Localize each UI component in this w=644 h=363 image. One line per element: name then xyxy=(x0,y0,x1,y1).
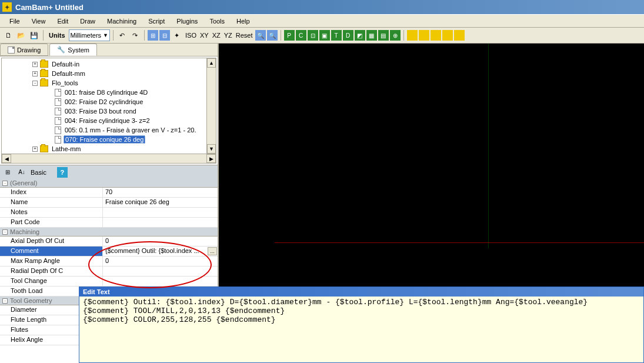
property-category[interactable]: -Machining xyxy=(0,228,218,237)
property-value[interactable] xyxy=(103,218,218,227)
prop-mode-label[interactable]: Basic xyxy=(31,169,46,176)
mop-icon-8[interactable]: ▦ xyxy=(366,30,377,41)
tree-item-label: Lathe-mm xyxy=(51,145,82,152)
save-icon[interactable]: 💾 xyxy=(28,29,40,41)
xz-button[interactable]: XZ xyxy=(211,32,222,39)
zoom-icon-1[interactable]: 🔍 xyxy=(255,30,266,41)
property-value[interactable] xyxy=(103,267,218,276)
mop-icon-9[interactable]: ▤ xyxy=(378,30,389,41)
units-dropdown[interactable]: Millimeters ▼ xyxy=(69,29,110,41)
ellipsis-button[interactable]: ... xyxy=(208,247,217,255)
property-row[interactable]: Index70 xyxy=(0,188,218,198)
menu-script[interactable]: Script xyxy=(142,16,171,26)
tree-view[interactable]: +Default-in+Default-mm-Flo_tools001: fra… xyxy=(1,58,216,164)
drawing-icon xyxy=(8,46,15,54)
tree-node[interactable]: 005: 0.1 mm - Fraise à graver en V - z=1… xyxy=(3,125,205,135)
expander-icon[interactable]: + xyxy=(32,146,38,152)
menu-help[interactable]: Help xyxy=(231,16,256,26)
scroll-down-icon[interactable]: ▼ xyxy=(207,144,216,154)
property-value[interactable]: Fraise conique 26 deg xyxy=(103,198,218,207)
tab-system[interactable]: 🔧 System xyxy=(49,44,97,56)
horizontal-scrollbar[interactable]: ◀ ▶ xyxy=(2,154,216,163)
tree-node[interactable]: 002: Fraise D2 cyclindrique xyxy=(3,97,205,106)
mop-icon-7[interactable]: ◩ xyxy=(355,30,365,41)
help-icon[interactable]: ? xyxy=(57,167,68,178)
property-value[interactable]: 0 xyxy=(103,257,218,266)
collapse-icon[interactable]: - xyxy=(2,298,8,304)
expander-icon[interactable]: + xyxy=(32,71,38,76)
tab-drawing[interactable]: Drawing xyxy=(0,44,48,56)
edit-panel-text[interactable]: {$comment} Outil: {$tool.index} D={$tool… xyxy=(79,297,643,325)
tree-node[interactable]: +Default-mm xyxy=(3,69,205,78)
undo-icon[interactable]: ↶ xyxy=(116,29,128,41)
yz-button[interactable]: YZ xyxy=(223,32,233,39)
expander-icon[interactable]: + xyxy=(32,62,38,67)
mop-icon-3[interactable]: ⊡ xyxy=(308,30,318,41)
new-icon[interactable]: 🗋 xyxy=(2,29,14,41)
units-label: Units xyxy=(46,32,68,39)
zoom-icon-2[interactable]: 🔍 xyxy=(267,30,278,41)
grid-icon-2[interactable]: ⊟ xyxy=(159,30,170,41)
grid-icon-1[interactable]: ⊞ xyxy=(148,30,158,41)
scroll-right-icon[interactable]: ▶ xyxy=(206,154,216,163)
property-row[interactable]: Radial Depth Of C xyxy=(0,267,218,277)
tool-icon-2[interactable] xyxy=(419,30,429,41)
tree-node[interactable]: 070: Fraise conique 26 deg xyxy=(3,135,205,144)
menu-file[interactable]: File xyxy=(4,16,26,26)
property-row[interactable]: Comment{$comment} Outil: {$tool.index ..… xyxy=(0,247,218,257)
property-value[interactable] xyxy=(103,277,218,286)
xy-button[interactable]: XY xyxy=(199,32,210,39)
reset-button[interactable]: Reset xyxy=(235,32,254,39)
property-row[interactable]: NameFraise conique 26 deg xyxy=(0,198,218,208)
property-category[interactable]: -(General) xyxy=(0,179,218,188)
mop-icon-1[interactable]: P xyxy=(284,30,295,41)
tree-node[interactable]: 001: fraise D8 cylindrique 4D xyxy=(3,88,205,97)
scroll-left-icon[interactable]: ◀ xyxy=(2,154,11,163)
tree-node[interactable]: -Flo_tools xyxy=(3,78,205,88)
tree-node[interactable]: 004: Fraise cylindrique 3- z=2 xyxy=(3,116,205,125)
expander-icon[interactable]: - xyxy=(32,81,38,86)
mop-icon-4[interactable]: ▣ xyxy=(319,30,330,41)
tree-node[interactable]: +Default-in xyxy=(3,59,205,69)
tool-icon-5[interactable] xyxy=(454,30,465,41)
tool-icon-3[interactable] xyxy=(431,30,441,41)
menu-edit[interactable]: Edit xyxy=(51,16,74,26)
categorized-icon[interactable]: ⊞ xyxy=(2,167,13,178)
scroll-up-icon[interactable]: ▲ xyxy=(207,58,216,68)
wrench-icon: 🔧 xyxy=(57,46,65,54)
iso-button[interactable]: ISO xyxy=(184,32,198,39)
property-toolbar: ⊞ A↓ Basic ? xyxy=(0,165,218,179)
axes-icon[interactable]: ✦ xyxy=(171,29,183,41)
menu-machining[interactable]: Machining xyxy=(101,16,142,26)
menu-plugins[interactable]: Plugins xyxy=(171,16,203,26)
tree-node[interactable]: +Lathe-mm xyxy=(3,144,205,154)
menu-tools[interactable]: Tools xyxy=(203,16,231,26)
tool-icon-4[interactable] xyxy=(442,30,453,41)
mop-icon-5[interactable]: T xyxy=(331,30,342,41)
sort-icon[interactable]: A↓ xyxy=(16,167,27,178)
folder-icon xyxy=(40,61,48,68)
property-row[interactable]: Axial Depth Of Cut0 xyxy=(0,237,218,247)
collapse-icon[interactable]: - xyxy=(2,229,8,235)
mop-icon-6[interactable]: D xyxy=(343,30,353,41)
vertical-scrollbar[interactable]: ▲ ▼ xyxy=(206,58,216,154)
mop-icon-2[interactable]: C xyxy=(296,30,306,41)
property-row[interactable]: Part Code xyxy=(0,218,218,228)
tool-icon-1[interactable] xyxy=(407,30,418,41)
property-value[interactable]: {$comment} Outil: {$tool.index ...... xyxy=(103,247,218,256)
property-value[interactable]: 70 xyxy=(103,188,218,197)
property-row[interactable]: Tool Change xyxy=(0,277,218,287)
mop-icon-10[interactable]: ⊕ xyxy=(390,30,401,41)
category-label: (General) xyxy=(10,179,37,187)
menu-bar: File View Edit Draw Machining Script Plu… xyxy=(0,14,644,27)
tree-node[interactable]: 003: Fraise D3 bout rond xyxy=(3,106,205,116)
menu-view[interactable]: View xyxy=(26,16,52,26)
property-row[interactable]: Notes xyxy=(0,208,218,218)
property-row[interactable]: Max Ramp Angle0 xyxy=(0,257,218,267)
redo-icon[interactable]: ↷ xyxy=(129,29,141,41)
property-value[interactable]: 0 xyxy=(103,237,218,246)
open-icon[interactable]: 📂 xyxy=(15,29,27,41)
menu-draw[interactable]: Draw xyxy=(74,16,101,26)
collapse-icon[interactable]: - xyxy=(2,181,8,186)
property-value[interactable] xyxy=(103,208,218,217)
